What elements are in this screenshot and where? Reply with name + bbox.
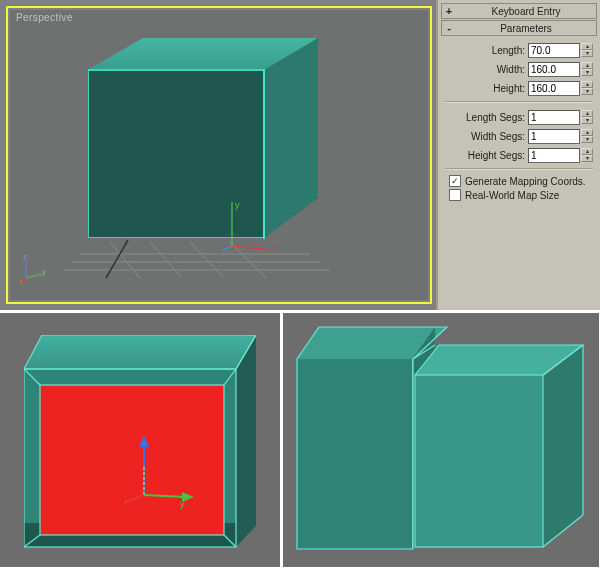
generate-mapping-label: Generate Mapping Coords. [465, 176, 586, 187]
svg-line-9 [232, 246, 272, 250]
spinner-down-icon[interactable]: ▾ [581, 136, 593, 143]
box-face-side [236, 335, 256, 547]
spinner-up-icon[interactable]: ▴ [581, 148, 593, 155]
svg-text:y: y [180, 499, 185, 509]
width-segs-input[interactable] [528, 129, 580, 144]
svg-line-33 [413, 345, 435, 359]
svg-line-13 [26, 274, 42, 278]
spinner-down-icon[interactable]: ▾ [581, 69, 593, 76]
top-row: Perspective [0, 0, 600, 310]
svg-line-35 [543, 345, 583, 375]
svg-line-36 [543, 515, 583, 547]
spinner-up-icon[interactable]: ▴ [581, 43, 593, 50]
viewport-perspective-container: Perspective [0, 0, 436, 310]
length-spinner[interactable]: ▴ ▾ [581, 43, 593, 57]
mini-viewport-extruded[interactable] [283, 313, 599, 567]
param-height-row: Height: ▴ ▾ [445, 79, 593, 97]
svg-line-30 [124, 495, 144, 505]
rollout-title: Keyboard Entry [456, 6, 596, 17]
param-lengthsegs-row: Length Segs: ▴ ▾ [445, 108, 593, 126]
transform-gizmo[interactable]: x y [124, 435, 194, 515]
spinner-down-icon[interactable]: ▾ [581, 155, 593, 162]
param-length-row: Length: ▴ ▾ [445, 41, 593, 59]
spinner-down-icon[interactable]: ▾ [581, 50, 593, 57]
box-face-top [24, 335, 256, 369]
extruded-box-object[interactable] [291, 319, 591, 559]
param-label: Width: [497, 64, 525, 75]
rollout-toggle-icon: + [442, 4, 456, 18]
spinner-up-icon[interactable]: ▴ [581, 62, 593, 69]
height-spinner[interactable]: ▴ ▾ [581, 81, 593, 95]
height-segs-spinner[interactable]: ▴ ▾ [581, 148, 593, 162]
real-world-checkbox[interactable] [449, 189, 461, 201]
box-object[interactable] [88, 38, 318, 248]
axis-y-label: y [235, 200, 240, 210]
svg-text:x: x [20, 277, 23, 284]
rollout-keyboard-entry[interactable]: + Keyboard Entry [441, 3, 597, 19]
spinner-down-icon[interactable]: ▾ [581, 117, 593, 124]
length-segs-input[interactable] [528, 110, 580, 125]
rollout-title: Parameters [456, 23, 596, 34]
transform-gizmo[interactable]: y x [222, 196, 282, 256]
length-segs-spinner[interactable]: ▴ ▾ [581, 110, 593, 124]
svg-text:z: z [23, 254, 27, 261]
param-label: Length: [492, 45, 525, 56]
svg-line-10 [222, 246, 232, 256]
spinner-up-icon[interactable]: ▴ [581, 81, 593, 88]
rollout-parameters-body: Length: ▴ ▾ Width: ▴ ▾ Heigh [441, 37, 597, 209]
axis-x-label: x [272, 240, 277, 250]
viewport-active-border: Perspective [6, 6, 432, 304]
width-spinner[interactable]: ▴ ▾ [581, 62, 593, 76]
param-label: Length Segs: [466, 112, 525, 123]
rollout-parameters[interactable]: - Parameters [441, 20, 597, 36]
svg-marker-26 [139, 435, 149, 447]
rollout-toggle-icon: - [442, 21, 456, 35]
real-world-label: Real-World Map Size [465, 190, 559, 201]
param-label: Width Segs: [471, 131, 525, 142]
modify-panel: + Keyboard Entry - Parameters Length: ▴ … [436, 0, 600, 310]
app-root: Perspective [0, 0, 600, 570]
box-edge [88, 69, 264, 71]
param-label: Height Segs: [468, 150, 525, 161]
wireframe-overlay [291, 319, 591, 559]
svg-text:y: y [42, 267, 46, 276]
generate-mapping-row[interactable]: ✓ Generate Mapping Coords. [449, 175, 593, 187]
param-heightsegs-row: Height Segs: ▴ ▾ [445, 146, 593, 164]
separator [445, 168, 593, 169]
spinner-up-icon[interactable]: ▴ [581, 129, 593, 136]
box-object-inset[interactable]: x y [24, 335, 256, 549]
spinner-up-icon[interactable]: ▴ [581, 110, 593, 117]
height-input[interactable] [528, 81, 580, 96]
param-widthsegs-row: Width Segs: ▴ ▾ [445, 127, 593, 145]
param-width-row: Width: ▴ ▾ [445, 60, 593, 78]
width-segs-spinner[interactable]: ▴ ▾ [581, 129, 593, 143]
height-segs-input[interactable] [528, 148, 580, 163]
separator [445, 101, 593, 102]
viewport-perspective[interactable]: Perspective [10, 10, 428, 300]
checkmark-icon: ✓ [451, 177, 459, 186]
svg-line-28 [144, 495, 186, 497]
mini-viewport-face-select[interactable]: x y [0, 313, 280, 567]
generate-mapping-checkbox[interactable]: ✓ [449, 175, 461, 187]
param-label: Height: [493, 83, 525, 94]
bottom-row: x y [0, 310, 600, 570]
orientation-axis-icon: z y x [20, 254, 50, 284]
real-world-row[interactable]: Real-World Map Size [449, 189, 593, 201]
svg-text:x: x [124, 491, 127, 501]
spinner-down-icon[interactable]: ▾ [581, 88, 593, 95]
width-input[interactable] [528, 62, 580, 77]
length-input[interactable] [528, 43, 580, 58]
svg-rect-34 [415, 375, 543, 547]
